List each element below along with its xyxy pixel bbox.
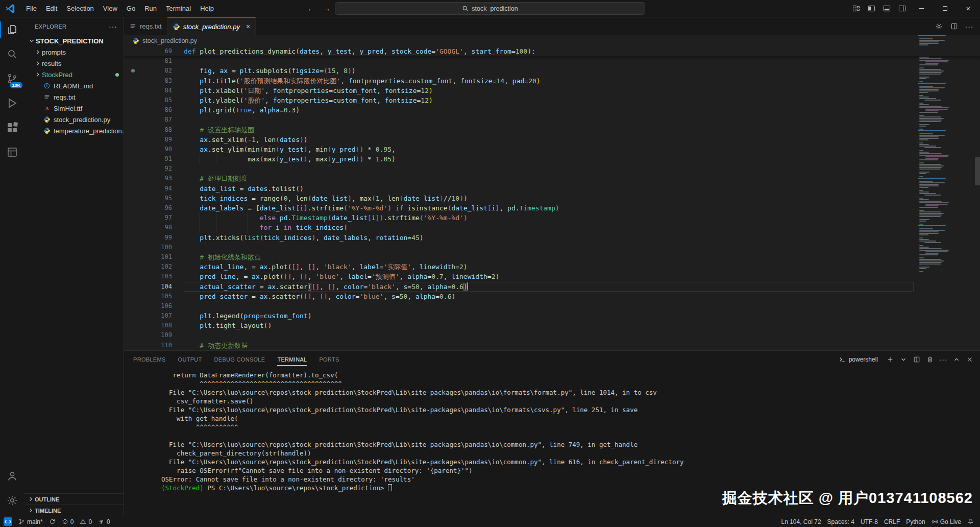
explorer-more-actions-icon[interactable]: ··· bbox=[109, 22, 117, 31]
panel-tab-output[interactable]: OUTPUT bbox=[178, 351, 202, 368]
remote-indicator[interactable] bbox=[0, 516, 15, 527]
sidebar-file-readme-md[interactable]: README.md bbox=[24, 80, 124, 91]
code-line-101[interactable]: 101 # 初始化线条和散点 bbox=[124, 252, 980, 262]
code-line-102[interactable]: 102 actual_line, = ax.plot([], [], 'blac… bbox=[124, 262, 980, 272]
sidebar-file-simhei-ttf[interactable]: ASimHei.ttf bbox=[24, 103, 124, 114]
status-0[interactable]: 0 bbox=[59, 516, 77, 527]
menu-terminal[interactable]: Terminal bbox=[161, 0, 195, 17]
menu-go[interactable]: Go bbox=[122, 0, 140, 17]
close-button[interactable]: × bbox=[957, 0, 980, 17]
sticky-scroll-line[interactable]: 69def plot_predictions_dynamic(dates, y_… bbox=[124, 46, 980, 56]
command-center-search[interactable]: stock_prediction bbox=[335, 2, 645, 15]
status-bell[interactable] bbox=[964, 516, 977, 527]
section-timeline[interactable]: TIMELINE bbox=[24, 505, 124, 516]
menu-selection[interactable]: Selection bbox=[62, 0, 98, 17]
box-icon[interactable] bbox=[0, 140, 24, 164]
source-control-icon[interactable]: 10K bbox=[0, 66, 24, 91]
forward-arrow-icon[interactable]: → bbox=[323, 4, 331, 13]
code-line-92[interactable]: 92 bbox=[124, 164, 980, 174]
extensions-icon[interactable] bbox=[0, 115, 24, 140]
code-editor[interactable]: stock_prediction.py 69def plot_predictio… bbox=[124, 35, 980, 350]
code-lines[interactable]: 8182 fig, ax = plt.subplots(figsize=(15,… bbox=[124, 56, 980, 350]
maximize-panel-icon[interactable] bbox=[950, 353, 963, 366]
code-line-89[interactable]: 89 ax.set_xlim(-1, len(dates)) bbox=[124, 135, 980, 145]
status-0[interactable]: 0 bbox=[77, 516, 95, 527]
back-arrow-icon[interactable]: ← bbox=[307, 4, 315, 13]
code-line-107[interactable]: 107 plt.legend(prop=custom_font) bbox=[124, 311, 980, 321]
code-line-98[interactable]: 98 for i in tick_indices] bbox=[124, 223, 980, 232]
code-line-100[interactable]: 100 bbox=[124, 243, 980, 252]
sidebar-folder-results[interactable]: results bbox=[24, 58, 124, 69]
status-crlf[interactable]: CRLF bbox=[881, 516, 903, 527]
code-line-104[interactable]: 104 actual_scatter = ax.scatter([], [], … bbox=[124, 282, 980, 292]
code-line-81[interactable]: 81 bbox=[124, 56, 980, 66]
sidebar-file-reqs-txt[interactable]: reqs.txt bbox=[24, 91, 124, 103]
code-line-90[interactable]: 90 ax.set_ylim(min(min(y_test), min(y_pr… bbox=[124, 145, 980, 154]
sidebar-root-folder[interactable]: STOCK_PREDICTION bbox=[24, 35, 124, 46]
code-line-85[interactable]: 85 plt.ylabel('股价', fontproperties=custo… bbox=[124, 95, 980, 105]
run-debug-icon[interactable] bbox=[0, 91, 24, 115]
customize-layout-icon[interactable] bbox=[848, 0, 864, 17]
menu-file[interactable]: File bbox=[21, 0, 41, 17]
panel-tab-terminal[interactable]: TERMINAL bbox=[277, 351, 307, 368]
code-line-86[interactable]: 86 plt.grid(True, alpha=0.3) bbox=[124, 105, 980, 115]
status-python[interactable]: Python bbox=[903, 516, 928, 527]
status-ln-104-col-72[interactable]: Ln 104, Col 72 bbox=[778, 516, 824, 527]
menu-run[interactable]: Run bbox=[140, 0, 161, 17]
code-line-88[interactable]: 88 # 设置坐标轴范围 bbox=[124, 125, 980, 135]
account-icon[interactable] bbox=[0, 464, 24, 488]
panel-more-icon[interactable]: ··· bbox=[937, 353, 949, 366]
more-actions-icon[interactable]: ··· bbox=[963, 20, 976, 33]
panel-tab-ports[interactable]: PORTS bbox=[319, 351, 339, 368]
code-line-96[interactable]: 96 date_labels = [date_list[i].strftime(… bbox=[124, 203, 980, 213]
code-line-99[interactable]: 99 plt.xticks(list(tick_indices), date_l… bbox=[124, 233, 980, 243]
code-line-108[interactable]: 108 plt.tight_layout() bbox=[124, 321, 980, 330]
chevron-down-icon[interactable] bbox=[897, 353, 910, 366]
maximize-button[interactable] bbox=[933, 0, 957, 17]
menu-view[interactable]: View bbox=[99, 0, 122, 17]
menu-edit[interactable]: Edit bbox=[41, 0, 62, 17]
status-go-live[interactable]: Go Live bbox=[928, 516, 964, 527]
status-spaces-4[interactable]: Spaces: 4 bbox=[824, 516, 857, 527]
section-outline[interactable]: OUTLINE bbox=[24, 493, 124, 505]
status-utf-8[interactable]: UTF-8 bbox=[857, 516, 881, 527]
code-line-105[interactable]: 105 pred_scatter = ax.scatter([], [], co… bbox=[124, 292, 980, 301]
minimize-button[interactable] bbox=[910, 0, 933, 17]
close-panel-icon[interactable] bbox=[964, 353, 976, 366]
code-line-82[interactable]: 82 fig, ax = plt.subplots(figsize=(15, 8… bbox=[124, 66, 980, 76]
tab-reqs-txt[interactable]: reqs.txt bbox=[124, 17, 167, 35]
kill-terminal-icon[interactable] bbox=[924, 353, 936, 366]
sidebar-folder-prompts[interactable]: prompts bbox=[24, 46, 124, 58]
code-line-110[interactable]: 110 # 动态更新数据 bbox=[124, 341, 980, 350]
code-line-103[interactable]: 103 pred_line, = ax.plot([], [], 'blue',… bbox=[124, 272, 980, 281]
panel-tab-debug-console[interactable]: DEBUG CONSOLE bbox=[214, 351, 265, 368]
split-editor-icon[interactable] bbox=[947, 20, 961, 33]
code-line-97[interactable]: 97 else pd.Timestamp(date_list[i]).strft… bbox=[124, 213, 980, 223]
gear-icon[interactable] bbox=[932, 20, 945, 33]
new-terminal-icon[interactable] bbox=[884, 353, 896, 366]
code-line-83[interactable]: 83 plt.title('股价预测结果和实际股价对比图', fontprope… bbox=[124, 76, 980, 86]
sticky-line[interactable]: 69def plot_predictions_dynamic(dates, y_… bbox=[124, 46, 980, 56]
toggle-secondary-sidebar-icon[interactable] bbox=[894, 0, 910, 17]
tab-close-icon[interactable]: × bbox=[246, 22, 250, 31]
code-line-91[interactable]: 91 max(max(y_test), max(y_pred)) * 1.05) bbox=[124, 154, 980, 164]
status-sync[interactable] bbox=[46, 516, 59, 527]
code-line-106[interactable]: 106 bbox=[124, 301, 980, 311]
toggle-sidebar-icon[interactable] bbox=[864, 0, 879, 17]
editor-scrollbar[interactable] bbox=[975, 157, 980, 185]
search-icon[interactable] bbox=[0, 42, 24, 66]
terminal-shell-chip[interactable]: powershell bbox=[839, 356, 878, 363]
menu-help[interactable]: Help bbox=[195, 0, 218, 17]
code-line-95[interactable]: 95 tick_indices = range(0, len(date_list… bbox=[124, 194, 980, 203]
breadcrumb[interactable]: stock_prediction.py bbox=[124, 35, 980, 46]
toggle-panel-icon[interactable] bbox=[879, 0, 894, 17]
code-line-84[interactable]: 84 plt.xlabel('日期', fontproperties=custo… bbox=[124, 86, 980, 95]
code-line-94[interactable]: 94 date_list = dates.tolist() bbox=[124, 184, 980, 194]
status-0[interactable]: 0 bbox=[95, 516, 113, 527]
code-line-87[interactable]: 87 bbox=[124, 115, 980, 125]
status-main-[interactable]: main* bbox=[15, 516, 46, 527]
code-line-93[interactable]: 93 # 处理日期刻度 bbox=[124, 174, 980, 183]
minimap[interactable] bbox=[918, 35, 974, 350]
files-icon[interactable] bbox=[0, 17, 24, 42]
panel-tab-problems[interactable]: PROBLEMS bbox=[133, 351, 166, 368]
